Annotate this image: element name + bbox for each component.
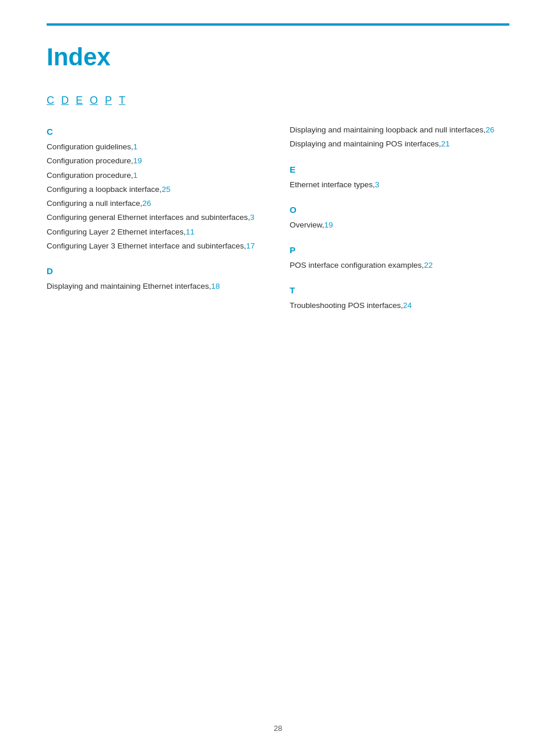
index-entry: Configuring a null interface,26 <box>47 198 266 209</box>
entry-page-num[interactable]: 21 <box>441 139 450 148</box>
page-container: Index C D E O P T CConfiguration guideli… <box>0 0 556 756</box>
entry-page-num[interactable]: 1 <box>133 142 138 151</box>
entry-page-num[interactable]: 18 <box>211 282 220 290</box>
entry-page-num[interactable]: 22 <box>424 261 432 270</box>
index-entry: Displaying and maintaining POS interface… <box>290 138 509 150</box>
entry-text: Ethernet interface types, <box>290 180 375 189</box>
section-divider <box>290 274 509 283</box>
index-entry: Configuring a loopback interface,25 <box>47 184 266 195</box>
section-letter-o: O <box>290 205 509 215</box>
entry-text: Troubleshooting POS interfaces, <box>290 301 403 310</box>
section-divider <box>290 233 509 243</box>
index-entry: Ethernet interface types,3 <box>290 179 509 191</box>
section-divider <box>290 153 509 162</box>
entry-text: Configuration procedure, <box>47 171 133 180</box>
alpha-nav-letter-c[interactable]: C <box>47 94 54 107</box>
entry-page-num[interactable]: 1 <box>133 171 138 180</box>
entry-page-num[interactable]: 3 <box>375 180 379 189</box>
index-entry: Configuration procedure,1 <box>47 170 266 181</box>
entry-text: Displaying and maintaining POS interface… <box>290 139 441 148</box>
top-border <box>47 23 509 26</box>
entry-text: Displaying and maintaining Ethernet inte… <box>47 282 211 290</box>
alpha-nav-letter-d[interactable]: D <box>61 94 69 107</box>
index-entry: POS interface configuration examples,22 <box>290 260 509 271</box>
alphabet-nav: C D E O P T <box>47 94 509 107</box>
section-letter-t: T <box>290 285 509 295</box>
entry-text: Configuring a loopback interface, <box>47 185 161 194</box>
entry-page-num[interactable]: 19 <box>324 220 333 229</box>
index-entry: Overview,19 <box>290 219 509 231</box>
entry-text: Configuration procedure, <box>47 156 133 165</box>
entry-page-num[interactable]: 24 <box>403 301 412 310</box>
entry-text: Configuring general Ethernet interfaces … <box>47 213 250 222</box>
index-entry: Configuring Layer 3 Ethernet interface a… <box>47 240 266 252</box>
index-columns: CConfiguration guidelines,1Configuration… <box>47 124 509 314</box>
alpha-nav-letter-p[interactable]: P <box>105 94 112 107</box>
section-letter-c: C <box>47 127 266 136</box>
entry-page-num[interactable]: 26 <box>142 199 151 208</box>
index-col-left: CConfiguration guidelines,1Configuration… <box>47 124 266 295</box>
index-entry: Configuring Layer 2 Ethernet interfaces,… <box>47 226 266 238</box>
page-footer: 28 <box>0 724 556 733</box>
entry-page-num[interactable]: 11 <box>186 228 195 236</box>
index-entry: Configuring general Ethernet interfaces … <box>47 212 266 223</box>
index-col-right: Displaying and maintaining loopback and … <box>290 124 509 314</box>
entry-page-num[interactable]: 19 <box>133 156 142 165</box>
entry-page-num[interactable]: 25 <box>161 185 170 194</box>
alpha-nav-letter-e[interactable]: E <box>76 94 83 107</box>
section-letter-d: D <box>47 266 266 276</box>
section-divider <box>290 193 509 202</box>
index-entry: Displaying and maintaining Ethernet inte… <box>47 281 266 292</box>
alpha-nav-letter-t[interactable]: T <box>119 94 125 107</box>
entry-text: Configuring Layer 2 Ethernet interfaces, <box>47 228 186 236</box>
entry-page-num[interactable]: 26 <box>485 125 494 134</box>
index-entry: Troubleshooting POS interfaces,24 <box>290 300 509 312</box>
alpha-nav-letter-o[interactable]: O <box>90 94 98 107</box>
index-entry: Displaying and maintaining loopback and … <box>290 124 509 136</box>
section-letter-p: P <box>290 245 509 255</box>
entry-text: POS interface configuration examples, <box>290 261 424 270</box>
entry-text: Overview, <box>290 220 324 229</box>
entry-text: Configuring a null interface, <box>47 199 142 208</box>
entry-text: Displaying and maintaining loopback and … <box>290 125 485 134</box>
section-divider <box>47 254 266 264</box>
entry-text: Configuration guidelines, <box>47 142 133 151</box>
section-letter-e: E <box>290 164 509 174</box>
page-title: Index <box>47 43 509 71</box>
index-entry: Configuration guidelines,1 <box>47 141 266 153</box>
entry-page-num[interactable]: 17 <box>246 242 255 250</box>
entry-text: Configuring Layer 3 Ethernet interface a… <box>47 242 246 250</box>
entry-page-num[interactable]: 3 <box>250 213 255 222</box>
footer-page-number: 28 <box>274 724 282 733</box>
index-entry: Configuration procedure,19 <box>47 155 266 167</box>
